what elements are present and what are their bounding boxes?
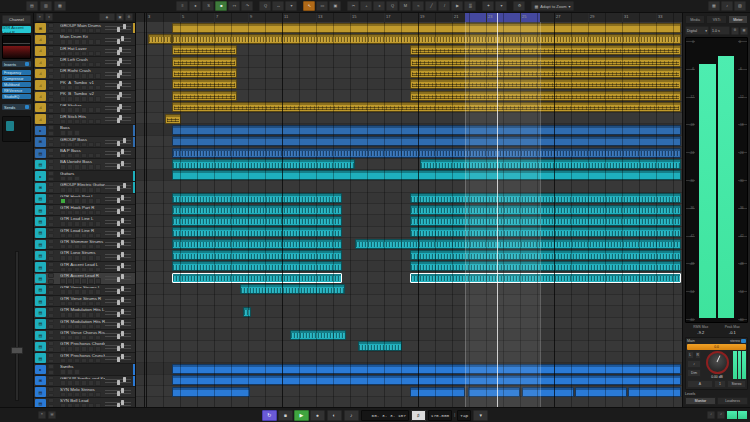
track-toggle-button[interactable] (67, 176, 73, 182)
pan-handle[interactable] (117, 209, 120, 214)
track-row[interactable]: ♫PK_B_Tambo_v2 (34, 91, 135, 102)
track-toggle-button[interactable] (81, 85, 87, 91)
track-toggle-button[interactable] (60, 301, 66, 307)
track-toggle-button[interactable] (74, 130, 80, 136)
track-volume-control[interactable] (105, 330, 133, 340)
levels-tab[interactable]: Monitor (685, 397, 716, 405)
track-type-icon[interactable]: ▤ (35, 296, 46, 305)
track-volume-control[interactable] (105, 262, 133, 272)
track-type-icon[interactable]: ♫ (35, 69, 46, 78)
peak-max-cell[interactable]: Peak Max -0.1 (717, 325, 749, 335)
track-row[interactable]: ▸Synths (34, 364, 135, 375)
track-toggle-button[interactable] (67, 187, 73, 193)
arrange-lane[interactable] (136, 329, 682, 340)
track-toggle-button[interactable] (60, 324, 66, 330)
arrange-clip[interactable] (410, 273, 681, 283)
pan-handle[interactable] (117, 243, 120, 248)
track-toggle-button[interactable] (67, 119, 73, 125)
track-toggle-button[interactable] (74, 164, 80, 170)
track-row[interactable]: ▸Guitars (34, 171, 135, 182)
arrange-clip[interactable] (358, 341, 402, 351)
pan-handle[interactable] (117, 334, 120, 339)
lower-zone-toggle-icon[interactable]: ▥ (40, 1, 52, 11)
arrange-clip[interactable] (172, 68, 237, 78)
track-toggle-button[interactable] (67, 51, 73, 57)
track-toggle-button[interactable] (74, 267, 80, 273)
track-type-icon[interactable]: ♫ (35, 92, 46, 101)
track-toggle-button[interactable] (74, 96, 80, 102)
line-tool[interactable]: / (438, 1, 450, 11)
arrange-clip[interactable] (172, 364, 681, 374)
arrange-clip[interactable] (172, 216, 342, 226)
track-type-icon[interactable]: ▤ (35, 217, 46, 226)
arrange-clip[interactable] (172, 159, 355, 169)
record-enable-button[interactable] (48, 194, 54, 199)
left-zone-toggle-icon[interactable]: ▤ (26, 1, 38, 11)
quantize-preset-combo[interactable]: ▦Adapt to Zoom▾ (531, 1, 573, 11)
record-enable-button[interactable] (48, 103, 54, 108)
record-mode-button[interactable]: ■ (215, 1, 227, 11)
track-toggle-button[interactable] (88, 255, 94, 261)
record-enable-button[interactable] (48, 57, 54, 62)
track-toggle-button[interactable] (81, 73, 87, 79)
arrange-clip[interactable] (468, 387, 520, 397)
track-toggle-button[interactable] (74, 51, 80, 57)
track-volume-control[interactable] (105, 114, 133, 124)
monitor-button[interactable] (48, 211, 54, 216)
track-volume-control[interactable] (105, 182, 133, 192)
arrange-lane[interactable] (136, 136, 682, 147)
track-volume-control[interactable] (105, 228, 133, 238)
record-enable-button[interactable] (48, 137, 54, 142)
track-volume-control[interactable] (105, 319, 133, 329)
stop-button[interactable]: ■ (278, 410, 293, 421)
track-row[interactable]: ▤GTR Lead Line R (34, 228, 135, 239)
link-icon[interactable]: ↔ (272, 1, 284, 11)
track-toggle-button[interactable] (95, 164, 101, 170)
record-enable-button[interactable] (48, 364, 54, 369)
track-type-icon[interactable]: ▤ (35, 194, 46, 203)
arrange-lane[interactable] (136, 295, 682, 306)
track-toggle-button[interactable] (81, 267, 87, 273)
track-toggle-button[interactable] (74, 28, 80, 34)
performance-meter-icon[interactable]: ▤ (48, 411, 56, 419)
track-toggle-button[interactable] (60, 312, 66, 318)
arrange-clip[interactable] (172, 375, 681, 385)
arrange-lane[interactable] (136, 341, 682, 352)
track-toggle-button[interactable] (88, 346, 94, 352)
monitor-button[interactable] (48, 256, 54, 261)
cycle-button[interactable]: ↻ (262, 410, 277, 421)
track-toggle-button[interactable] (81, 244, 87, 250)
track-toggle-button[interactable] (95, 210, 101, 216)
arrange-lane[interactable] (136, 170, 682, 181)
track-type-icon[interactable]: ▤ (35, 399, 46, 407)
monitor-button[interactable] (48, 347, 54, 352)
inserts-bypass-icon[interactable] (25, 62, 29, 66)
track-toggle-button[interactable] (60, 221, 66, 227)
track-toggle-button[interactable] (88, 267, 94, 273)
track-row[interactable]: ▸Bass (34, 125, 135, 136)
track-toggle-button[interactable] (88, 96, 94, 102)
track-toggle-button[interactable] (60, 187, 66, 193)
track-toggle-button[interactable] (67, 130, 73, 136)
track-row[interactable]: ▤GTR Modulation Hits L (34, 307, 135, 318)
monitor-button[interactable] (48, 279, 54, 284)
track-toggle-button[interactable] (67, 369, 73, 375)
metronome-icon[interactable]: ♯ (411, 410, 426, 421)
arrange-lane[interactable] (136, 147, 682, 158)
track-type-icon[interactable]: ▤ (35, 285, 46, 294)
track-type-icon[interactable]: ⊞ (35, 137, 46, 146)
track-toggle-button[interactable] (60, 369, 66, 375)
setup-toolbar-icon[interactable]: ≡ (176, 1, 188, 11)
track-toggle-button[interactable] (67, 358, 73, 364)
track-toggle-button[interactable] (74, 153, 80, 159)
constrain-delay-icon[interactable]: ● (189, 1, 201, 11)
arrange-lane[interactable] (136, 261, 682, 272)
monitor-button[interactable] (48, 313, 54, 318)
track-toggle-button[interactable] (95, 187, 101, 193)
track-toggle-button[interactable] (67, 392, 73, 398)
record-enable-button[interactable] (48, 159, 54, 164)
pan-handle[interactable] (117, 391, 120, 396)
pan-handle[interactable] (117, 107, 120, 112)
track-toggle-button[interactable] (81, 164, 87, 170)
track-toggle-button[interactable] (88, 142, 94, 148)
